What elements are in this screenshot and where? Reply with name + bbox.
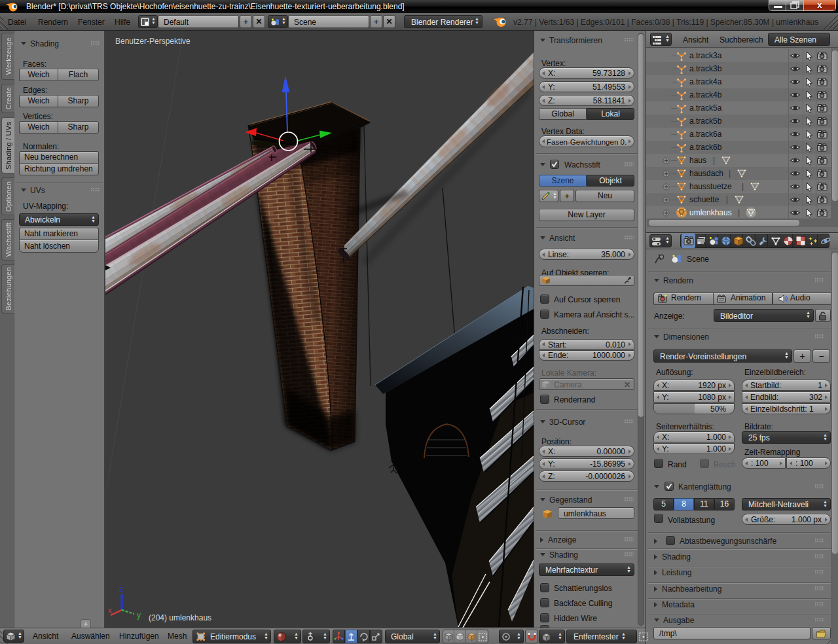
svg-text:x: x — [108, 606, 112, 615]
svg-text:z: z — [119, 584, 123, 594]
svg-text:y: y — [137, 611, 141, 620]
